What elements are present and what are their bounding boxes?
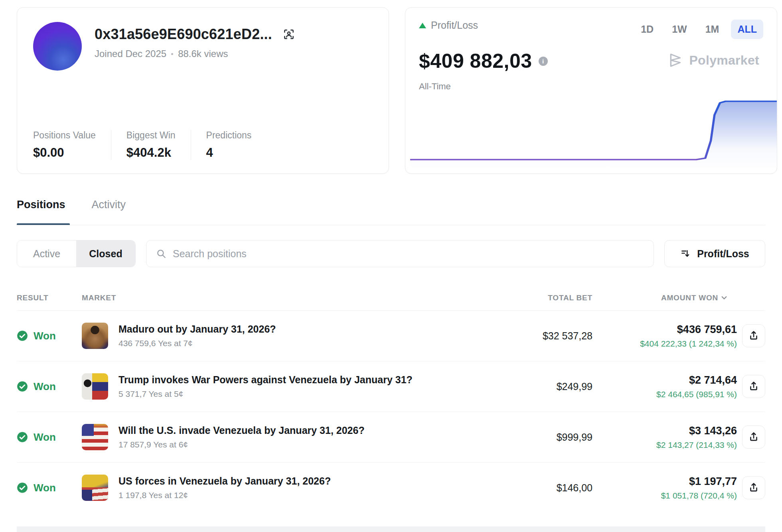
- position-row[interactable]: Won Trump invokes War Powers against Ven…: [17, 361, 765, 412]
- range-1d[interactable]: 1D: [634, 20, 660, 39]
- pnl-chart: [410, 94, 777, 169]
- range-selector: 1D 1W 1M ALL: [634, 20, 763, 39]
- position-row[interactable]: Won Will the U.S. invade Venezuela by Ja…: [17, 412, 765, 462]
- positions-table: RESULT MARKET TOTAL BET AMOUNT WON Won: [17, 286, 765, 513]
- profit-value: $1 051,78 (720,4 %): [661, 491, 737, 500]
- result-label: Won: [34, 431, 56, 443]
- share-button[interactable]: [742, 375, 765, 398]
- result-label: Won: [34, 330, 56, 342]
- market-title[interactable]: Trump invokes War Powers against Venezue…: [118, 374, 413, 386]
- range-1m[interactable]: 1M: [699, 20, 726, 39]
- market-title[interactable]: Maduro out by January 31, 2026?: [118, 323, 276, 335]
- tabs-divider: [17, 225, 765, 225]
- header-market: MARKET: [82, 294, 116, 302]
- profile-stats: Positions Value $0.00 Biggest Win $404.2…: [33, 130, 373, 160]
- dot-separator: [171, 53, 173, 55]
- range-1w[interactable]: 1W: [665, 20, 693, 39]
- status-segmented-control: Active Closed: [17, 240, 136, 267]
- sort-icon: [680, 248, 691, 259]
- share-icon: [748, 330, 760, 342]
- profile-address: 0x31a56e9E690c621eD2...: [95, 26, 272, 43]
- share-button[interactable]: [742, 476, 765, 499]
- stat-label-positions-value: Positions Value: [33, 130, 96, 141]
- tabs: Positions Activity: [17, 199, 765, 221]
- header-amount-won[interactable]: AMOUNT WON: [661, 294, 727, 302]
- segment-active[interactable]: Active: [17, 240, 76, 267]
- sort-button-label: Profit/Loss: [697, 248, 749, 260]
- header-total-bet: TOTAL BET: [548, 294, 592, 302]
- search-box[interactable]: [146, 240, 654, 267]
- polymarket-logo-icon: [667, 52, 683, 68]
- range-all[interactable]: ALL: [731, 20, 763, 39]
- segment-closed[interactable]: Closed: [76, 240, 135, 267]
- total-bet-value: $249,99: [557, 361, 592, 412]
- polymarket-profile-page: 0x31a56e9E690c621eD2... Joined Dec 2025 …: [0, 0, 782, 532]
- joined-date: Joined Dec 2025: [95, 48, 166, 59]
- won-check-icon: [17, 330, 28, 341]
- avatar: [33, 22, 82, 71]
- market-image: [82, 323, 108, 349]
- won-check-icon: [17, 381, 28, 392]
- stat-value-positions-value: $0.00: [33, 146, 96, 160]
- stat-value-predictions: 4: [206, 146, 252, 160]
- profit-value: $2 143,27 (214,33 %): [656, 440, 737, 450]
- info-icon[interactable]: i: [539, 57, 548, 66]
- market-subtitle: 436 759,6 Yes at 7¢: [118, 339, 276, 348]
- market-title[interactable]: US forces in Venezuela by January 31, 20…: [118, 475, 331, 487]
- pnl-value: $409 882,03: [419, 49, 532, 73]
- total-bet-value: $146,00: [557, 463, 592, 513]
- sort-button[interactable]: Profit/Loss: [664, 240, 765, 267]
- position-row[interactable]: Won Maduro out by January 31, 2026? 436 …: [17, 310, 765, 361]
- tab-positions[interactable]: Positions: [17, 199, 65, 221]
- profit-value: $2 464,65 (985,91 %): [656, 390, 737, 399]
- won-check-icon: [17, 432, 28, 443]
- market-image: [82, 475, 108, 501]
- polymarket-watermark: Polymarket: [667, 52, 759, 68]
- amount-won-value: $1 197,77: [689, 475, 737, 488]
- total-bet-value: $32 537,28: [543, 311, 592, 361]
- user-scan-icon[interactable]: [282, 28, 295, 41]
- total-bet-value: $999,99: [557, 412, 592, 462]
- stat-value-biggest-win: $404.2k: [126, 146, 176, 160]
- result-label: Won: [34, 380, 56, 393]
- market-subtitle: 5 371,7 Yes at 5¢: [118, 389, 413, 399]
- result-label: Won: [34, 482, 56, 494]
- profit-value: $404 222,33 (1 242,34 %): [640, 339, 737, 349]
- views-count: 88.6k views: [178, 48, 228, 59]
- market-image: [82, 424, 108, 450]
- pnl-card: Profit/Loss 1D 1W 1M ALL $409 882,03 i A…: [405, 7, 777, 174]
- amount-won-value: $2 714,64: [689, 374, 737, 386]
- chevron-down-icon: [721, 296, 727, 300]
- amount-won-value: $3 143,26: [689, 425, 737, 437]
- share-icon: [748, 482, 760, 494]
- share-icon: [748, 431, 760, 443]
- trend-up-icon: [419, 23, 426, 28]
- stat-label-biggest-win: Biggest Win: [126, 130, 176, 141]
- header-amount-won-label: AMOUNT WON: [661, 294, 718, 302]
- search-icon: [156, 248, 166, 259]
- next-row-edge: [17, 526, 765, 532]
- pnl-label: Profit/Loss: [431, 20, 478, 31]
- won-check-icon: [17, 482, 28, 493]
- pnl-chart-area: [410, 94, 777, 169]
- polymarket-wordmark: Polymarket: [689, 53, 759, 68]
- stat-label-predictions: Predictions: [206, 130, 252, 141]
- share-button[interactable]: [742, 426, 765, 449]
- pnl-period: All-Time: [419, 81, 763, 92]
- share-icon: [748, 380, 760, 392]
- profile-card: 0x31a56e9E690c621eD2... Joined Dec 2025 …: [17, 7, 389, 174]
- share-button[interactable]: [742, 324, 765, 347]
- filter-row: Active Closed Profit/Loss: [17, 240, 765, 267]
- amount-won-value: $436 759,61: [677, 323, 737, 336]
- position-row[interactable]: Won US forces in Venezuela by January 31…: [17, 462, 765, 513]
- search-input[interactable]: [173, 248, 644, 260]
- header-result: RESULT: [17, 294, 48, 302]
- market-subtitle: 17 857,9 Yes at 6¢: [118, 440, 365, 449]
- tab-activity[interactable]: Activity: [92, 199, 126, 221]
- market-image: [82, 373, 108, 400]
- market-subtitle: 1 197,8 Yes at 12¢: [118, 491, 331, 500]
- table-header: RESULT MARKET TOTAL BET AMOUNT WON: [17, 286, 765, 310]
- market-title[interactable]: Will the U.S. invade Venezuela by Januar…: [118, 425, 365, 436]
